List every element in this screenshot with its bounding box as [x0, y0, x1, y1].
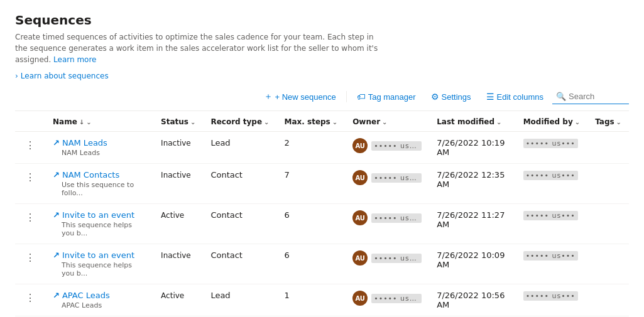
row-modified-by-cell: ••••• us••• — [516, 244, 588, 284]
row-owner-cell: AU ••••• us•... — [345, 164, 429, 204]
sequence-name-link[interactable]: ↗ APAC Leads — [53, 291, 146, 300]
row-tags-cell — [587, 204, 629, 244]
sequence-name: NAM Leads — [62, 138, 107, 148]
row-modified-by-cell: ••••• us••• — [516, 284, 588, 316]
row-status-cell: Inactive — [153, 132, 203, 164]
row-last-modified-cell: 7/26/2022 10:56 AM — [429, 284, 515, 316]
sequence-name: Invite to an event — [62, 210, 134, 220]
table-row: ⋮ ↗ Invite to an event This sequence hel… — [15, 244, 629, 284]
sequence-name-link[interactable]: ↗ NAM Contacts — [53, 170, 146, 180]
col-header-last-modified[interactable]: Last modified ⌄ — [429, 111, 515, 132]
tag-manager-button[interactable]: 🏷 Tag manager — [351, 89, 422, 105]
row-more-cell: ⋮ — [15, 164, 45, 204]
avatar: AU — [352, 138, 368, 153]
row-more-button[interactable]: ⋮ — [23, 250, 38, 265]
status-badge: Active — [161, 291, 184, 300]
status-badge: Inactive — [161, 171, 191, 180]
learn-about-sequences-link[interactable]: › Learn about sequences — [15, 72, 629, 80]
row-record-type-cell: Contact — [203, 164, 276, 204]
row-more-button[interactable]: ⋮ — [23, 210, 38, 225]
avatar: AU — [352, 170, 368, 185]
row-more-cell: ⋮ — [15, 284, 45, 316]
row-name-cell: ↗ Invite to an event This sequence helps… — [45, 244, 153, 284]
search-input[interactable] — [569, 92, 625, 101]
col-header-max-steps[interactable]: Max. steps ⌄ — [277, 111, 346, 132]
sequence-name-link[interactable]: ↗ Invite to an event — [53, 250, 146, 260]
row-last-modified-cell: 7/26/2022 10:19 AM — [429, 132, 515, 164]
row-status-cell: Active — [153, 204, 203, 244]
col-header-action — [15, 111, 45, 132]
row-owner-cell: AU ••••• us•... — [345, 284, 429, 316]
gear-icon: ⚙ — [431, 92, 439, 102]
owner-name: ••••• us•... — [371, 254, 422, 263]
col-header-record-type[interactable]: Record type ⌄ — [203, 111, 276, 132]
owner-name: ••••• us•... — [371, 173, 422, 183]
new-sequence-button[interactable]: ＋ + New sequence — [258, 88, 342, 105]
row-modified-by-cell: ••••• us••• — [516, 204, 588, 244]
modified-by-name: ••••• us••• — [523, 211, 578, 220]
sequence-name: NAM Contacts — [62, 170, 119, 180]
filter-icon: ⌄ — [382, 119, 387, 126]
row-max-steps-cell: 7 — [277, 164, 346, 204]
modified-by-name: ••••• us••• — [523, 139, 578, 148]
sort-icon: ↓ — [79, 119, 84, 126]
row-more-cell: ⋮ — [15, 132, 45, 164]
row-more-button[interactable]: ⋮ — [23, 138, 38, 153]
row-last-modified-cell: 7/26/2022 11:27 AM — [429, 204, 515, 244]
filter-icon: ⌄ — [190, 119, 195, 126]
row-name-cell: ↗ APAC Leads APAC Leads — [45, 284, 153, 316]
row-record-type-cell: Contact — [203, 244, 276, 284]
sequence-name-sub: NAM Leads — [53, 149, 146, 157]
row-tags-cell — [587, 164, 629, 204]
avatar: AU — [352, 291, 368, 306]
filter-icon: ⌄ — [616, 119, 621, 126]
edit-columns-button[interactable]: ☰ Edit columns — [480, 89, 550, 105]
settings-button[interactable]: ⚙ Settings — [425, 89, 478, 105]
row-name-cell: ↗ NAM Leads NAM Leads — [45, 132, 153, 164]
col-header-modified-by[interactable]: Modified by ⌄ — [516, 111, 588, 132]
table-header-row: Name ↓ ⌄ Status ⌄ Record type ⌄ — [15, 111, 629, 132]
row-max-steps-cell: 1 — [277, 284, 346, 316]
row-max-steps-cell: 2 — [277, 132, 346, 164]
row-status-cell: Active — [153, 284, 203, 316]
sequence-name: Invite to an event — [62, 250, 134, 260]
sequence-arrow-icon: ↗ — [53, 291, 60, 300]
chevron-right-icon: › — [15, 72, 18, 80]
table-row: ⋮ ↗ NAM Contacts Use this sequence to fo… — [15, 164, 629, 204]
row-more-cell: ⋮ — [15, 204, 45, 244]
row-status-cell: Inactive — [153, 244, 203, 284]
row-owner-cell: AU ••••• us•... — [345, 132, 429, 164]
col-header-owner[interactable]: Owner ⌄ — [345, 111, 429, 132]
row-name-cell: ↗ NAM Contacts Use this sequence to foll… — [45, 164, 153, 204]
learn-more-link[interactable]: Learn more — [53, 55, 96, 64]
row-record-type-cell: Contact — [203, 204, 276, 244]
row-tags-cell — [587, 132, 629, 164]
row-last-modified-cell: 7/26/2022 10:09 AM — [429, 244, 515, 284]
filter-icon: ⌄ — [575, 119, 580, 126]
row-modified-by-cell: ••••• us••• — [516, 132, 588, 164]
status-badge: Inactive — [161, 251, 191, 260]
col-header-tags[interactable]: Tags ⌄ — [587, 111, 629, 132]
sequence-name-link[interactable]: ↗ Invite to an event — [53, 210, 146, 220]
row-more-button[interactable]: ⋮ — [23, 291, 38, 305]
row-record-type-cell: Lead — [203, 132, 276, 164]
sequence-name-sub: This sequence helps you b... — [53, 221, 146, 237]
row-max-steps-cell: 6 — [277, 244, 346, 284]
sequence-name-link[interactable]: ↗ NAM Leads — [53, 138, 146, 148]
page-description: Create timed sequences of activities to … — [15, 31, 379, 65]
sequences-table: Name ↓ ⌄ Status ⌄ Record type ⌄ — [15, 111, 629, 316]
sequence-arrow-icon: ↗ — [53, 138, 60, 148]
modified-by-name: ••••• us••• — [523, 291, 578, 301]
row-more-button[interactable]: ⋮ — [23, 170, 38, 185]
row-record-type-cell: Lead — [203, 284, 276, 316]
row-more-cell: ⋮ — [15, 244, 45, 284]
filter-icon: ⌄ — [332, 119, 337, 126]
owner-name: ••••• us•... — [371, 213, 422, 223]
row-owner-cell: AU ••••• us•... — [345, 244, 429, 284]
col-header-status[interactable]: Status ⌄ — [153, 111, 203, 132]
sequence-arrow-icon: ↗ — [53, 250, 60, 260]
avatar: AU — [352, 210, 368, 225]
col-header-name[interactable]: Name ↓ ⌄ — [45, 111, 153, 132]
row-status-cell: Inactive — [153, 164, 203, 204]
sequence-arrow-icon: ↗ — [53, 170, 60, 180]
